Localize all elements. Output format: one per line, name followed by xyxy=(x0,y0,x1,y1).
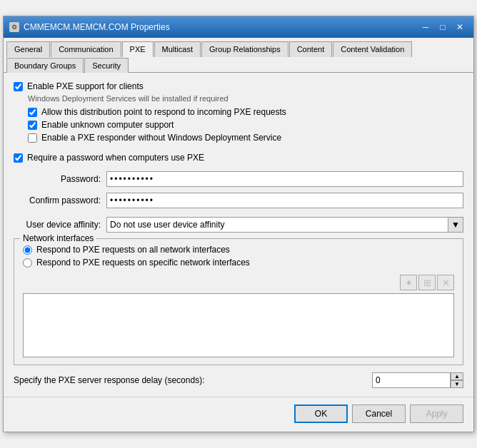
radio-specific-row: Respond to PXE requests on specific netw… xyxy=(23,258,454,268)
spinner-buttons: ▲ ▼ xyxy=(451,372,463,388)
password-input[interactable] xyxy=(106,171,463,187)
allow-respond-checkbox[interactable] xyxy=(28,108,37,117)
enable-pxe-label: Enable PXE support for clients xyxy=(27,81,144,91)
enable-unknown-row: Enable unknown computer support xyxy=(28,120,463,130)
tab-group-relationships[interactable]: Group Relationships xyxy=(201,41,288,57)
user-device-select[interactable]: Do not use user device affinity Allow us… xyxy=(106,217,463,233)
enable-pxe-checkbox[interactable] xyxy=(14,82,23,91)
apply-button[interactable]: Apply xyxy=(410,404,463,423)
radio-specific[interactable] xyxy=(23,258,32,268)
enable-unknown-checkbox[interactable] xyxy=(28,121,37,130)
tab-communication[interactable]: Communication xyxy=(51,41,121,57)
tab-content[interactable]: Content xyxy=(289,41,333,57)
password-row: Password: xyxy=(14,171,463,187)
tab-pxe[interactable]: PXE xyxy=(122,41,154,57)
dialog-buttons: OK Cancel Apply xyxy=(4,397,473,432)
title-bar: ⚙ CMMEMCM.MEMCM.COM Properties ─ □ ✕ xyxy=(4,16,473,38)
network-interfaces-label: Network interfaces xyxy=(20,233,96,243)
delete-button[interactable]: ✕ xyxy=(437,275,454,290)
tab-boundary-groups[interactable]: Boundary Groups xyxy=(6,58,84,73)
radio-all[interactable] xyxy=(23,245,32,255)
spinner-down-button[interactable]: ▼ xyxy=(451,380,463,388)
network-interfaces-group: Network interfaces Respond to PXE reques… xyxy=(14,238,463,365)
allow-respond-label: Allow this distribution point to respond… xyxy=(41,107,286,117)
radio-all-row: Respond to PXE requests on all network i… xyxy=(23,245,454,255)
password-label: Password: xyxy=(14,174,106,184)
minimize-button[interactable]: ─ xyxy=(418,21,433,34)
tab-security[interactable]: Security xyxy=(84,58,129,73)
delay-row: Specify the PXE server response delay (s… xyxy=(14,372,463,388)
edit-button[interactable]: ⊞ xyxy=(418,275,436,290)
allow-respond-row: Allow this distribution point to respond… xyxy=(28,107,463,117)
ok-button[interactable]: OK xyxy=(294,404,348,423)
radio-specific-label: Respond to PXE requests on specific netw… xyxy=(36,258,250,268)
enable-responder-label: Enable a PXE responder without Windows D… xyxy=(41,133,281,143)
enable-pxe-row: Enable PXE support for clients xyxy=(14,81,463,91)
require-password-checkbox[interactable] xyxy=(14,153,23,163)
user-device-label: User device affinity: xyxy=(14,220,106,230)
network-list[interactable] xyxy=(23,293,454,357)
delay-spinner: ▲ ▼ xyxy=(372,372,463,388)
maximize-button[interactable]: □ xyxy=(435,21,451,34)
user-device-row: User device affinity: Do not use user de… xyxy=(14,217,463,233)
wds-note: Windows Deployment Services will be inst… xyxy=(28,94,463,103)
pxe-content: Enable PXE support for clients Windows D… xyxy=(4,73,473,397)
require-password-label: Require a password when computers use PX… xyxy=(27,153,204,163)
window-title: CMMEMCM.MEMCM.COM Properties xyxy=(24,22,170,32)
spinner-up-button[interactable]: ▲ xyxy=(451,372,463,380)
close-button[interactable]: ✕ xyxy=(452,21,468,34)
require-password-row: Require a password when computers use PX… xyxy=(14,153,463,163)
app-icon: ⚙ xyxy=(9,22,19,32)
enable-unknown-label: Enable unknown computer support xyxy=(41,120,174,130)
tab-bar: General Communication PXE Multicast Grou… xyxy=(4,38,473,73)
radio-all-label: Respond to PXE requests on all network i… xyxy=(36,245,230,255)
cancel-button[interactable]: Cancel xyxy=(352,404,406,423)
properties-dialog: ⚙ CMMEMCM.MEMCM.COM Properties ─ □ ✕ Gen… xyxy=(3,16,474,432)
title-bar-left: ⚙ CMMEMCM.MEMCM.COM Properties xyxy=(9,22,170,32)
confirm-password-label: Confirm password: xyxy=(14,195,106,205)
tab-general[interactable]: General xyxy=(6,41,50,57)
add-button[interactable]: ✦ xyxy=(400,275,417,290)
delay-input[interactable] xyxy=(372,372,451,388)
confirm-password-input[interactable] xyxy=(106,193,463,208)
confirm-password-row: Confirm password: xyxy=(14,193,463,208)
enable-responder-checkbox[interactable] xyxy=(28,133,37,143)
tab-content-validation[interactable]: Content Validation xyxy=(333,41,412,57)
enable-responder-row: Enable a PXE responder without Windows D… xyxy=(28,133,463,143)
tab-multicast[interactable]: Multicast xyxy=(154,41,201,57)
delay-label: Specify the PXE server response delay (s… xyxy=(14,375,204,385)
toolbar-row: ✦ ⊞ ✕ xyxy=(23,275,454,290)
user-device-select-container: Do not use user device affinity Allow us… xyxy=(106,217,463,233)
title-bar-buttons: ─ □ ✕ xyxy=(418,21,468,34)
